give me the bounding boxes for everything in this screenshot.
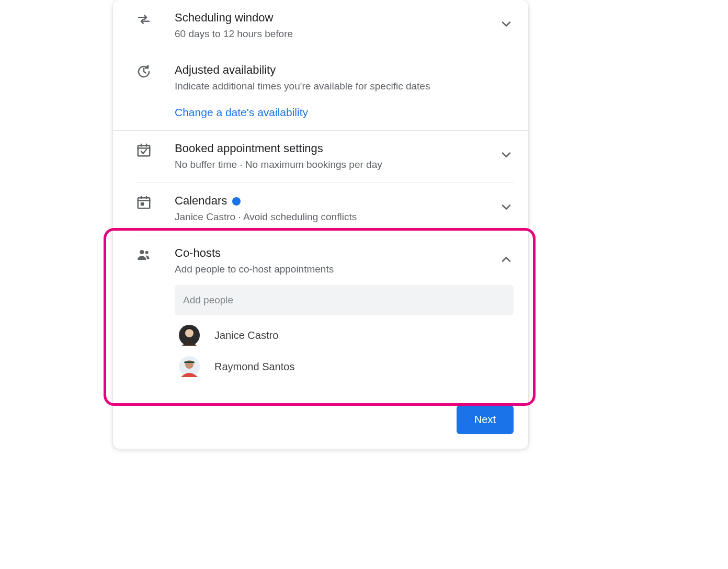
chevron-down-icon[interactable] [499,147,514,164]
svg-point-12 [185,329,194,337]
cohost-person-row[interactable]: Janice Castro [175,320,514,351]
calendar-today-icon [136,195,152,212]
calendars-sub: Janice Castro · Avoid scheduling conflic… [175,210,493,225]
booked-appointment-title: Booked appointment settings [175,141,493,156]
change-date-availability-link[interactable]: Change a date's availability [175,106,308,118]
svg-rect-15 [185,361,194,363]
avatar [179,325,200,346]
scheduling-window-title: Scheduling window [175,10,493,26]
svg-point-10 [145,251,149,254]
settings-card: Scheduling window 60 days to 12 hours be… [113,0,528,449]
footer: Next [113,386,528,434]
adjusted-availability-sub: Indicate additional times you're availab… [175,79,493,94]
people-icon [136,247,152,265]
chevron-down-icon[interactable] [499,200,514,217]
cohosts-sub: Add people to co-host appointments [175,262,493,277]
change-date-availability-row: Change a date's availability [113,97,528,131]
calendar-check-icon [136,142,152,160]
svg-rect-8 [141,202,144,206]
section-calendars[interactable]: Calendars Janice Castro · Avoid scheduli… [113,183,528,235]
chevron-up-icon[interactable] [499,252,514,269]
svg-rect-0 [138,145,150,156]
swap-arrows-icon [136,12,152,29]
svg-point-9 [140,250,144,254]
cohosts-content: Janice Castro Raymond Santos [113,279,528,386]
booked-appointment-sub: No buffer time · No maximum bookings per… [175,157,493,173]
calendars-indicator-dot [232,197,241,206]
scheduling-window-sub: 60 days to 12 hours before [175,27,493,42]
section-scheduling-window[interactable]: Scheduling window 60 days to 12 hours be… [113,0,528,52]
section-cohosts[interactable]: Co-hosts Add people to co-host appointme… [113,235,528,279]
cohost-person-name: Raymond Santos [214,361,294,373]
cohosts-title: Co-hosts [175,246,493,261]
avatar [179,356,200,377]
clock-refresh-icon [136,64,152,82]
chevron-down-icon[interactable] [499,17,514,33]
cohost-person-name: Janice Castro [214,329,278,342]
section-adjusted-availability: Adjusted availability Indicate additiona… [113,52,528,97]
section-booked-appointment[interactable]: Booked appointment settings No buffer ti… [113,131,528,183]
add-people-input[interactable] [175,285,514,315]
adjusted-availability-title: Adjusted availability [175,63,493,78]
cohost-person-row[interactable]: Raymond Santos [175,351,514,382]
calendars-title: Calendars [175,194,227,209]
next-button[interactable]: Next [457,405,514,434]
